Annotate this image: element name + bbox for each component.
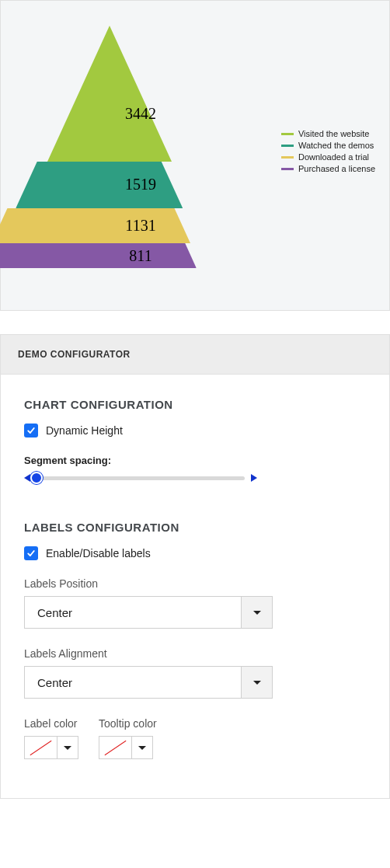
segment-spacing-slider: [24, 474, 257, 482]
label-color-swatch: [25, 737, 57, 758]
labels-alignment-label: Labels Alignment: [24, 647, 366, 660]
enable-labels-row: Enable/Disable labels: [24, 546, 366, 560]
svg-marker-1: [16, 162, 183, 208]
chevron-down-icon: [64, 746, 71, 750]
tooltip-color-field: Tooltip color: [99, 717, 157, 759]
slider-decrease-icon[interactable]: [24, 474, 30, 482]
legend-swatch-4: [281, 168, 294, 170]
funnel-segment-2[interactable]: 1519: [99, 162, 183, 208]
funnel-value-1: 3442: [125, 105, 156, 123]
tooltip-color-swatch: [99, 737, 132, 758]
funnel-value-3: 1131: [125, 217, 155, 235]
svg-marker-3: [0, 243, 196, 268]
config-header: DEMO CONFIGURATOR: [1, 335, 389, 375]
labels-alignment-dropdown-button[interactable]: [241, 667, 272, 698]
dynamic-height-label: Dynamic Height: [46, 424, 123, 437]
labels-alignment-value: Center: [25, 667, 241, 698]
chart-config-heading: CHART CONFIGURATION: [24, 398, 366, 411]
dynamic-height-checkbox[interactable]: [24, 424, 38, 437]
legend-item-2[interactable]: Watched the demos: [281, 141, 375, 150]
funnel-value-2: 1519: [125, 176, 156, 193]
label-color-picker[interactable]: [24, 736, 78, 759]
legend-label-4: Purchased a license: [298, 164, 375, 173]
chart-legend: Visited the website Watched the demos Do…: [281, 129, 375, 176]
chevron-down-icon: [253, 681, 261, 685]
svg-marker-2: [0, 208, 190, 243]
legend-label-3: Downloaded a trial: [298, 152, 369, 162]
slider-track[interactable]: [37, 476, 245, 480]
labels-position-select[interactable]: Center: [24, 596, 273, 629]
label-color-label: Label color: [24, 717, 78, 730]
tooltip-color-label: Tooltip color: [99, 717, 157, 730]
legend-label-1: Visited the website: [298, 129, 370, 138]
enable-labels-checkbox[interactable]: [24, 546, 38, 560]
legend-item-4[interactable]: Purchased a license: [281, 164, 375, 173]
labels-position-dropdown-button[interactable]: [241, 597, 272, 628]
tooltip-color-picker[interactable]: [99, 736, 153, 759]
color-pickers-row: Label color Tooltip color: [24, 717, 366, 759]
tooltip-color-dropdown-button[interactable]: [132, 737, 152, 758]
segment-spacing-label: Segment spacing:: [24, 455, 366, 466]
labels-position-value: Center: [25, 597, 241, 628]
dynamic-height-row: Dynamic Height: [24, 424, 366, 437]
checkmark-icon: [26, 426, 36, 435]
funnel-chart: 3442 1519 1131 811: [40, 26, 242, 274]
funnel-value-4: 811: [129, 247, 151, 265]
legend-swatch-2: [281, 145, 294, 147]
slider-increase-icon[interactable]: [251, 474, 257, 482]
legend-label-2: Watched the demos: [298, 141, 374, 150]
funnel-segment-4[interactable]: 811: [85, 243, 197, 268]
funnel-segment-3[interactable]: 1131: [91, 208, 190, 243]
slider-thumb[interactable]: [30, 472, 43, 484]
svg-marker-0: [47, 26, 172, 162]
label-color-field: Label color: [24, 717, 78, 759]
config-panel: DEMO CONFIGURATOR CHART CONFIGURATION Dy…: [0, 334, 390, 799]
legend-item-1[interactable]: Visited the website: [281, 129, 375, 138]
config-body: CHART CONFIGURATION Dynamic Height Segme…: [1, 375, 389, 798]
chart-panel: 3442 1519 1131 811 Visited the website: [0, 0, 390, 311]
legend-item-3[interactable]: Downloaded a trial: [281, 152, 375, 162]
legend-swatch-3: [281, 156, 294, 159]
labels-position-label: Labels Position: [24, 577, 366, 590]
enable-labels-label: Enable/Disable labels: [46, 547, 151, 559]
chevron-down-icon: [138, 746, 146, 750]
chevron-down-icon: [253, 611, 261, 615]
checkmark-icon: [26, 549, 36, 558]
funnel-segment-1[interactable]: 3442: [110, 26, 172, 162]
labels-config-heading: LABELS CONFIGURATION: [24, 521, 366, 534]
labels-alignment-select[interactable]: Center: [24, 666, 273, 699]
legend-swatch-1: [281, 133, 294, 135]
label-color-dropdown-button[interactable]: [57, 737, 78, 758]
